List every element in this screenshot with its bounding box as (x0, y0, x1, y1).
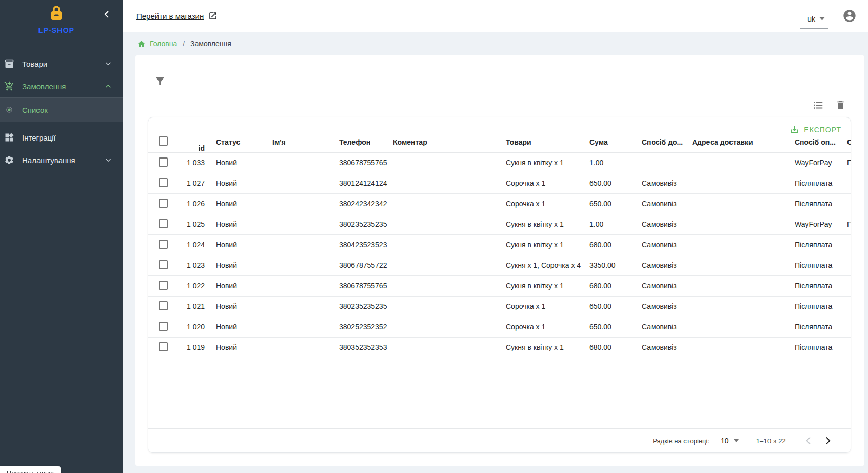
row-checkbox[interactable] (159, 260, 168, 269)
cell-name (266, 193, 333, 214)
cell-pay_status: По (841, 214, 851, 234)
sidebar-item-products[interactable]: Товари (0, 52, 123, 75)
cell-name (266, 214, 333, 234)
cell-phone: 380124124124 (333, 173, 387, 193)
gear-icon (3, 155, 15, 165)
cell-address (686, 173, 788, 193)
column-header-status[interactable]: Статус (210, 117, 266, 152)
sidebar-item-orders[interactable]: Замовлення (0, 75, 123, 97)
go-to-store-label: Перейти в магазин (136, 12, 204, 21)
table-row[interactable]: 1 023Новий380678755722Сукня x 1, Сорочка… (148, 255, 851, 275)
sidebar-item-orders-list[interactable]: Список (0, 97, 123, 122)
column-header-products[interactable]: Товари (500, 117, 583, 152)
cell-name (266, 317, 333, 337)
sidebar-item-label: Список (22, 106, 48, 114)
caret-down-icon (734, 439, 739, 442)
cell-id: 1 033 (175, 152, 210, 173)
row-checkbox[interactable] (159, 219, 168, 228)
sidebar-item-settings[interactable]: Налаштування (0, 149, 123, 171)
rows-per-page-value: 10 (721, 437, 729, 445)
cell-pay_status (841, 296, 851, 317)
filter-icon[interactable] (154, 75, 166, 87)
column-header-delivery[interactable]: Спосіб до... (636, 117, 686, 152)
table-row[interactable]: 1 024Новий380423523523Сукня в квітку x 1… (148, 234, 851, 255)
cell-id: 1 019 (175, 337, 210, 358)
cell-name (266, 275, 333, 296)
cell-comment (387, 296, 500, 317)
column-header-address[interactable]: Адреса доставки (686, 117, 788, 152)
row-checkbox[interactable] (159, 281, 168, 290)
cell-id: 1 024 (175, 234, 210, 255)
cell-phone: 380678755765 (333, 152, 387, 173)
cell-delivery: Самовивіз (636, 317, 686, 337)
row-checkbox[interactable] (159, 178, 168, 187)
cell-products: Сорочка x 1 (500, 193, 583, 214)
cell-phone: 380423523523 (333, 234, 387, 255)
account-circle-icon[interactable] (842, 9, 857, 23)
export-label: ЕКСПОРТ (804, 126, 841, 134)
row-checkbox[interactable] (159, 301, 168, 310)
cell-id: 1 027 (175, 173, 210, 193)
column-header-sum[interactable]: Сума (583, 117, 636, 152)
cell-products: Сорочка x 1 (500, 173, 583, 193)
cell-delivery: Самовивіз (636, 296, 686, 317)
orders-table: id Статус Ім'я Телефон Коментар Товари С… (148, 117, 851, 358)
download-icon (790, 125, 799, 134)
row-checkbox[interactable] (159, 240, 168, 249)
column-header-id[interactable]: id (175, 117, 210, 152)
row-checkbox[interactable] (159, 322, 168, 331)
row-checkbox[interactable] (159, 342, 168, 351)
table-row[interactable]: 1 027Новий380124124124Сорочка x 1650.00С… (148, 173, 851, 193)
cell-address (686, 337, 788, 358)
cell-name (266, 173, 333, 193)
content-card: ЕКСПОРТ id Статус Ім'я Телефон Коментар … (135, 55, 864, 466)
chevron-down-icon (105, 60, 112, 67)
table-row[interactable]: 1 019Новий380352352353Сукня в квітку x 1… (148, 337, 851, 358)
add-shopping-cart-icon (3, 81, 15, 91)
table-header-row: id Статус Ім'я Телефон Коментар Товари С… (148, 117, 851, 152)
row-checkbox[interactable] (159, 199, 168, 208)
cell-phone: 380235235235 (333, 296, 387, 317)
select-all-checkbox[interactable] (159, 136, 168, 146)
column-header-phone[interactable]: Телефон (333, 117, 387, 152)
column-header-comment[interactable]: Коментар (387, 117, 500, 152)
logo[interactable]: LP-SHOP (0, 5, 113, 34)
sidebar-item-integrations[interactable]: Інтеграції (0, 126, 123, 149)
cell-sum: 650.00 (583, 193, 636, 214)
cell-comment (387, 275, 500, 296)
row-checkbox[interactable] (159, 157, 168, 167)
breadcrumb-current: Замовлення (190, 40, 231, 48)
rows-per-page-select[interactable]: 10 (721, 437, 739, 445)
cell-address (686, 255, 788, 275)
table-row[interactable]: 1 025Новий380235235235Сукня в квітку x 1… (148, 214, 851, 234)
filter-divider (174, 70, 174, 94)
cell-status: Новий (210, 337, 266, 358)
column-header-name[interactable]: Ім'я (266, 117, 333, 152)
table-row[interactable]: 1 026Новий380242342342Сорочка x 1650.00С… (148, 193, 851, 214)
cell-sum: 3350.00 (583, 255, 636, 275)
table-row[interactable]: 1 033Новий380678755765Сукня в квітку x 1… (148, 152, 851, 173)
cell-address (686, 317, 788, 337)
cell-payment: Післяплата (788, 173, 841, 193)
widgets-icon (3, 132, 15, 143)
cell-pay_status (841, 275, 851, 296)
table-row[interactable]: 1 021Новий380235235235Сорочка x 1650.00С… (148, 296, 851, 317)
cell-payment: Післяплата (788, 296, 841, 317)
table-row[interactable]: 1 020Новий380252352352Сорочка x 1650.00С… (148, 317, 851, 337)
cell-sum: 680.00 (583, 337, 636, 358)
brand-name: LP-SHOP (0, 26, 113, 34)
next-page-button[interactable] (821, 433, 835, 448)
cell-address (686, 234, 788, 255)
cell-products: Сорочка x 1 (500, 317, 583, 337)
cell-phone: 380678755765 (333, 275, 387, 296)
list-view-icon[interactable] (813, 100, 824, 111)
go-to-store-link[interactable]: Перейти в магазин (136, 11, 218, 21)
breadcrumb-home-link[interactable]: Головна (150, 40, 177, 48)
language-select[interactable]: uk (800, 12, 828, 29)
open-in-new-icon (208, 11, 218, 21)
export-button[interactable]: ЕКСПОРТ (784, 121, 846, 139)
trash-icon[interactable] (835, 100, 846, 111)
sidebar-item-label: Замовлення (22, 82, 66, 91)
cell-delivery: Самовивіз (636, 255, 686, 275)
table-row[interactable]: 1 022Новий380678755765Сукня в квітку x 1… (148, 275, 851, 296)
